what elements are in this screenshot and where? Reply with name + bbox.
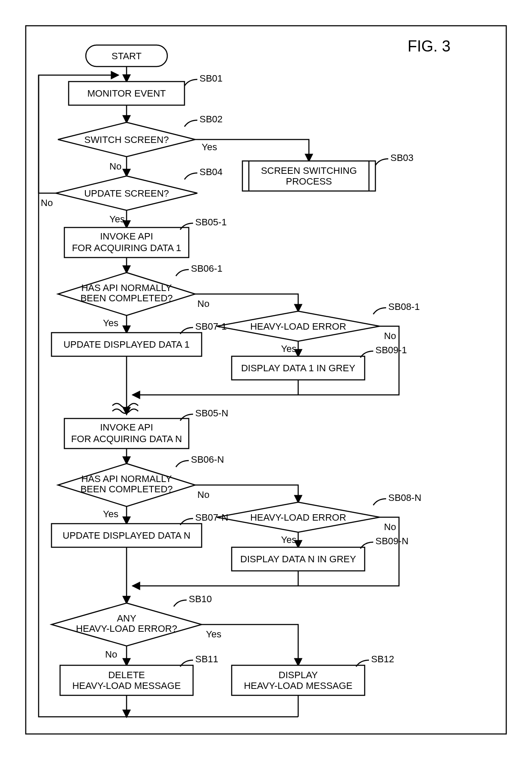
svg-text:No: No bbox=[384, 330, 396, 341]
svg-text:SB09-N: SB09-N bbox=[375, 536, 408, 546]
svg-text:SB05-1: SB05-1 bbox=[195, 217, 227, 227]
svg-text:START: START bbox=[112, 51, 142, 61]
svg-text:FOR ACQUIRING DATA N: FOR ACQUIRING DATA N bbox=[71, 434, 182, 444]
svg-text:DISPLAY: DISPLAY bbox=[278, 670, 318, 680]
svg-text:INVOKE API: INVOKE API bbox=[100, 231, 153, 242]
svg-text:INVOKE API: INVOKE API bbox=[100, 422, 153, 433]
svg-text:BEEN COMPLETED?: BEEN COMPLETED? bbox=[80, 293, 172, 303]
svg-text:SCREEN SWITCHING: SCREEN SWITCHING bbox=[261, 165, 357, 176]
svg-text:SB08-1: SB08-1 bbox=[388, 301, 420, 312]
svg-text:SB07-1: SB07-1 bbox=[195, 321, 227, 332]
svg-text:SB10: SB10 bbox=[189, 594, 212, 604]
svg-text:SB06-1: SB06-1 bbox=[191, 263, 222, 274]
svg-text:No: No bbox=[41, 197, 53, 208]
svg-text:Yes: Yes bbox=[103, 318, 118, 328]
svg-text:HEAVY-LOAD ERROR?: HEAVY-LOAD ERROR? bbox=[76, 623, 177, 634]
svg-text:No: No bbox=[109, 161, 121, 172]
svg-text:HEAVY-LOAD ERROR: HEAVY-LOAD ERROR bbox=[250, 321, 346, 332]
flowchart-diagram: FIG. 3 START MONITOR EVENT SB01 SWITCH S… bbox=[0, 0, 532, 758]
svg-text:UPDATE SCREEN?: UPDATE SCREEN? bbox=[84, 188, 169, 199]
svg-text:Yes: Yes bbox=[202, 142, 217, 152]
svg-text:SB09-1: SB09-1 bbox=[375, 345, 407, 355]
svg-text:SWITCH SCREEN?: SWITCH SCREEN? bbox=[85, 134, 169, 145]
svg-text:UPDATE DISPLAYED DATA N: UPDATE DISPLAYED DATA N bbox=[63, 530, 190, 541]
svg-text:Yes: Yes bbox=[109, 214, 125, 224]
svg-text:SB02: SB02 bbox=[200, 114, 223, 124]
svg-text:SB01: SB01 bbox=[200, 73, 223, 84]
svg-text:Yes: Yes bbox=[281, 534, 296, 545]
svg-text:HEAVY-LOAD ERROR: HEAVY-LOAD ERROR bbox=[250, 512, 346, 523]
start-node: START bbox=[86, 45, 167, 67]
svg-text:FOR ACQUIRING DATA 1: FOR ACQUIRING DATA 1 bbox=[72, 243, 181, 253]
svg-text:HEAVY-LOAD MESSAGE: HEAVY-LOAD MESSAGE bbox=[244, 680, 352, 691]
svg-text:Yes: Yes bbox=[103, 509, 118, 519]
svg-text:MONITOR EVENT: MONITOR EVENT bbox=[88, 88, 166, 99]
svg-text:SB03: SB03 bbox=[390, 152, 414, 163]
svg-text:No: No bbox=[197, 298, 209, 309]
svg-text:DISPLAY DATA N IN GREY: DISPLAY DATA N IN GREY bbox=[240, 554, 356, 564]
svg-text:No: No bbox=[197, 489, 209, 500]
svg-text:Yes: Yes bbox=[281, 343, 296, 354]
svg-text:SB04: SB04 bbox=[200, 167, 223, 177]
figure-title: FIG. 3 bbox=[408, 37, 450, 55]
svg-text:SB08-N: SB08-N bbox=[388, 492, 421, 503]
svg-text:HAS API NORMALLY: HAS API NORMALLY bbox=[81, 473, 172, 484]
svg-text:No: No bbox=[384, 522, 396, 532]
svg-text:SB05-N: SB05-N bbox=[195, 408, 228, 418]
svg-text:SB11: SB11 bbox=[195, 654, 218, 664]
svg-text:DELETE: DELETE bbox=[108, 670, 145, 680]
svg-text:UPDATE DISPLAYED DATA 1: UPDATE DISPLAYED DATA 1 bbox=[63, 339, 190, 350]
svg-text:HAS API NORMALLY: HAS API NORMALLY bbox=[81, 282, 172, 293]
svg-text:BEEN COMPLETED?: BEEN COMPLETED? bbox=[80, 484, 172, 494]
svg-text:Yes: Yes bbox=[206, 629, 221, 640]
svg-text:ANY: ANY bbox=[117, 613, 136, 624]
svg-text:SB07-N: SB07-N bbox=[195, 512, 228, 523]
svg-text:PROCESS: PROCESS bbox=[286, 176, 332, 187]
svg-text:DISPLAY DATA 1 IN GREY: DISPLAY DATA 1 IN GREY bbox=[241, 363, 355, 373]
svg-text:SB06-N: SB06-N bbox=[191, 454, 224, 465]
svg-text:HEAVY-LOAD MESSAGE: HEAVY-LOAD MESSAGE bbox=[72, 680, 181, 691]
svg-text:SB12: SB12 bbox=[371, 654, 394, 664]
svg-text:No: No bbox=[105, 649, 117, 660]
